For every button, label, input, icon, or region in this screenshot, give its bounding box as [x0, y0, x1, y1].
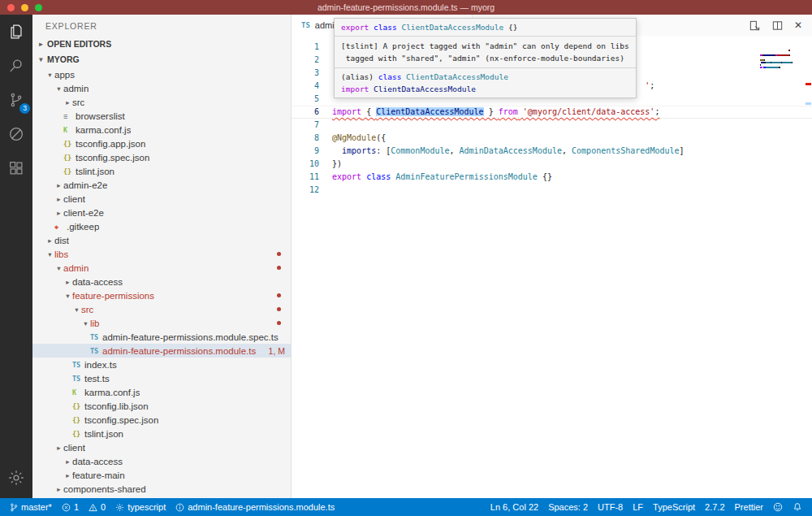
tree-item-tsconfig-spec-json[interactable]: {}tsconfig.spec.json: [32, 413, 291, 427]
line-number[interactable]: 11: [292, 171, 332, 184]
tree-item-admin-feature-permissions-module-ts[interactable]: TSadmin-feature-permissions.module.ts1, …: [32, 344, 291, 358]
code-line-7[interactable]: 7: [292, 119, 812, 132]
line-number[interactable]: 4: [292, 80, 332, 93]
line-number[interactable]: 7: [292, 119, 332, 132]
tree-item-admin-e2e[interactable]: ▸admin-e2e: [32, 178, 291, 192]
code-line-8[interactable]: 8@NgModule({: [292, 132, 812, 145]
code-text[interactable]: imports: [CommonModule, AdminDataAccessM…: [332, 145, 685, 158]
tree-item-feature-permissions[interactable]: ▾feature-permissions: [32, 288, 291, 302]
chevron-right-icon[interactable]: ▸: [37, 37, 45, 52]
status-branch[interactable]: master*: [5, 498, 57, 516]
tree-item-karma-conf-js[interactable]: Kkarma.conf.js: [32, 123, 291, 137]
tree-item-admin-feature-permissions-module-spec-ts[interactable]: TSadmin-feature-permissions.module.spec.…: [32, 330, 291, 344]
tree-item-admin[interactable]: ▾admin: [32, 261, 291, 275]
tree-item-components-shared[interactable]: ▸components-shared: [32, 482, 291, 496]
status-eol[interactable]: LF: [628, 498, 648, 516]
line-number[interactable]: 1: [292, 41, 332, 54]
code-area[interactable]: 1234 ';56import { ClientDataAccessModule…: [292, 36, 812, 498]
tree-item-src[interactable]: ▸src: [32, 95, 291, 109]
line-number[interactable]: 5: [292, 93, 332, 106]
code-text[interactable]: }): [332, 158, 342, 171]
chevron-right-icon[interactable]: ▸: [45, 236, 54, 245]
chevron-down-icon[interactable]: ▾: [81, 319, 90, 327]
line-number[interactable]: 3: [292, 67, 332, 80]
tree-item-libs[interactable]: ▾libs: [32, 247, 291, 261]
activity-settings-icon[interactable]: [0, 461, 32, 495]
tree-item-client[interactable]: ▸client: [32, 192, 291, 206]
minimize-window-button[interactable]: [21, 4, 28, 11]
tree-item-gitkeep[interactable]: ◆.gitkeep: [32, 219, 291, 233]
line-number[interactable]: 8: [292, 132, 332, 145]
chevron-down-icon[interactable]: ▾: [45, 250, 54, 258]
tree-item-src[interactable]: ▾src: [32, 302, 291, 316]
tree-item-feature-main[interactable]: ▸feature-main: [32, 468, 291, 482]
tree-item-data-access[interactable]: ▸data-access: [32, 275, 291, 288]
chevron-down-icon[interactable]: ▾: [54, 264, 63, 272]
chevron-right-icon[interactable]: ▸: [63, 278, 72, 286]
chevron-right-icon[interactable]: ▸: [63, 98, 72, 106]
status-warnings[interactable]: 0: [84, 498, 110, 516]
minimap[interactable]: [760, 42, 799, 72]
chevron-down-icon[interactable]: ▾: [45, 71, 54, 79]
status-encoding[interactable]: UTF-8: [593, 498, 628, 516]
chevron-right-icon[interactable]: ▸: [54, 444, 63, 452]
line-number[interactable]: 12: [292, 184, 332, 197]
status-errors[interactable]: 1: [57, 498, 84, 516]
activity-source-control-icon[interactable]: 3: [0, 83, 32, 117]
tree-item-tsconfig-spec-json[interactable]: {}tsconfig.spec.json: [32, 150, 291, 164]
tree-item-karma-conf-js[interactable]: Kkarma.conf.js: [32, 385, 291, 399]
chevron-right-icon[interactable]: ▸: [54, 485, 63, 493]
section-open-editors[interactable]: ▸ OPEN EDITORS: [32, 37, 291, 52]
zoom-window-button[interactable]: [35, 4, 42, 11]
tree-item-data-access[interactable]: ▸data-access: [32, 454, 291, 468]
tree-item-tsconfig-lib-json[interactable]: {}tsconfig.lib.json: [32, 399, 291, 413]
code-text[interactable]: @NgModule({: [332, 132, 386, 145]
chevron-down-icon[interactable]: ▾: [37, 52, 45, 67]
tree-item-tslint-json[interactable]: {}tslint.json: [32, 164, 291, 178]
chevron-right-icon[interactable]: ▸: [54, 209, 63, 217]
code-line-6[interactable]: 6import { ClientDataAccessModule } from …: [292, 106, 812, 119]
tree-item-admin[interactable]: ▾admin: [32, 81, 291, 95]
chevron-right-icon[interactable]: ▸: [54, 181, 63, 189]
tree-item-lib[interactable]: ▾lib: [32, 316, 291, 330]
chevron-down-icon[interactable]: ▾: [54, 85, 63, 93]
split-editor-icon[interactable]: [771, 20, 784, 32]
status-file-info[interactable]: admin-feature-permissions.module.ts: [171, 498, 339, 516]
tree-item-dist[interactable]: ▸dist: [32, 233, 291, 247]
close-window-button[interactable]: [7, 4, 15, 11]
activity-explorer-icon[interactable]: [0, 15, 32, 49]
tree-item-test-ts[interactable]: TStest.ts: [32, 371, 291, 385]
chevron-right-icon[interactable]: ▸: [63, 471, 72, 479]
close-editor-icon[interactable]: ✕: [794, 20, 802, 30]
status-notifications[interactable]: [788, 498, 807, 516]
open-changes-icon[interactable]: [749, 20, 761, 32]
chevron-right-icon[interactable]: ▸: [63, 457, 72, 466]
code-line-12[interactable]: 12: [292, 184, 812, 197]
status-typescript-status[interactable]: typescript: [110, 498, 171, 516]
tree-item-apps[interactable]: ▾apps: [32, 67, 291, 81]
chevron-down-icon[interactable]: ▾: [72, 306, 81, 314]
status-feedback[interactable]: [768, 498, 788, 516]
line-number[interactable]: 10: [292, 158, 332, 171]
line-number[interactable]: 9: [292, 145, 332, 158]
activity-extensions-icon[interactable]: [0, 151, 32, 185]
status-cursor-position[interactable]: Ln 6, Col 22: [486, 498, 543, 516]
tree-item-index-ts[interactable]: TSindex.ts: [32, 358, 291, 371]
code-line-10[interactable]: 10}): [292, 158, 812, 171]
overview-ruler[interactable]: [804, 36, 812, 498]
section-myorg[interactable]: ▾ MYORG: [32, 52, 291, 67]
activity-search-icon[interactable]: [0, 49, 32, 83]
tree-item-client[interactable]: ▸client: [32, 440, 291, 454]
tree-item-browserslist[interactable]: ≡browserslist: [32, 109, 291, 123]
line-number[interactable]: 2: [292, 54, 332, 67]
code-text[interactable]: import { ClientDataAccessModule } from '…: [332, 106, 659, 119]
code-text[interactable]: export class AdminFeaturePermissionsModu…: [332, 171, 552, 184]
status-prettier[interactable]: Prettier: [730, 498, 768, 516]
code-line-9[interactable]: 9 imports: [CommonModule, AdminDataAcces…: [292, 145, 812, 158]
status-indentation[interactable]: Spaces: 2: [543, 498, 593, 516]
status-ts-version[interactable]: 2.7.2: [700, 498, 729, 516]
code-line-11[interactable]: 11export class AdminFeaturePermissionsMo…: [292, 171, 812, 184]
activity-debug-icon[interactable]: [0, 117, 32, 151]
line-number[interactable]: 6: [292, 106, 332, 119]
chevron-right-icon[interactable]: ▸: [54, 195, 63, 203]
